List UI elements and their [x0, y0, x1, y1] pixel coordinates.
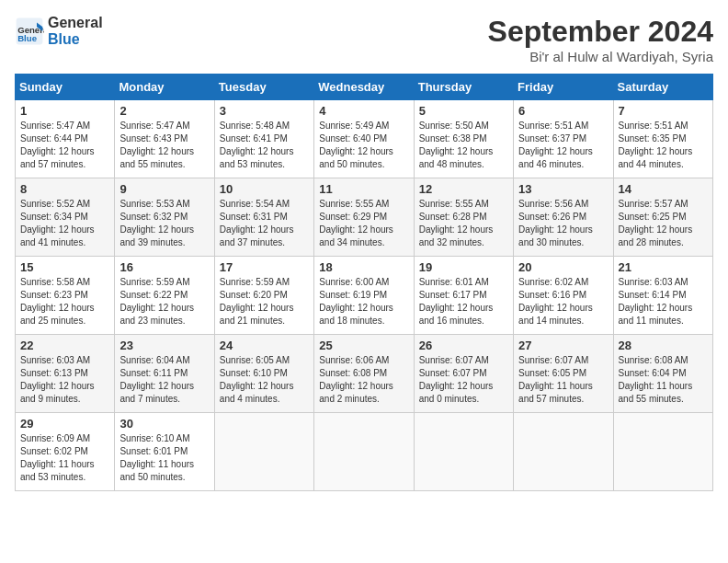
day-info: Sunrise: 6:07 AMSunset: 6:05 PMDaylight:…	[518, 354, 608, 406]
day-info: Sunrise: 5:52 AMSunset: 6:34 PMDaylight:…	[20, 198, 109, 249]
day-info: Sunrise: 6:07 AMSunset: 6:07 PMDaylight:…	[419, 354, 508, 406]
calendar-week-4: 22Sunrise: 6:03 AMSunset: 6:13 PMDayligh…	[16, 335, 713, 413]
day-info: Sunrise: 5:51 AMSunset: 6:37 PMDaylight:…	[518, 120, 608, 171]
day-number: 28	[619, 339, 708, 352]
day-info: Sunrise: 5:49 AMSunset: 6:40 PMDaylight:…	[319, 120, 408, 171]
day-number: 10	[220, 182, 309, 196]
calendar-cell: 6Sunrise: 5:51 AMSunset: 6:37 PMDaylight…	[514, 100, 613, 178]
logo: General Blue General Blue	[15, 15, 103, 48]
day-info: Sunrise: 5:55 AMSunset: 6:29 PMDaylight:…	[319, 198, 408, 249]
logo-text-line1: General	[48, 15, 103, 31]
day-number: 3	[220, 104, 309, 118]
col-friday: Friday	[514, 75, 613, 100]
day-info: Sunrise: 6:03 AMSunset: 6:13 PMDaylight:…	[20, 354, 109, 406]
calendar-cell	[314, 413, 414, 491]
calendar-cell: 10Sunrise: 5:54 AMSunset: 6:31 PMDayligh…	[214, 178, 313, 257]
calendar-week-1: 1Sunrise: 5:47 AMSunset: 6:44 PMDaylight…	[16, 100, 713, 178]
day-info: Sunrise: 5:59 AMSunset: 6:20 PMDaylight:…	[220, 276, 309, 327]
calendar-cell: 24Sunrise: 6:05 AMSunset: 6:10 PMDayligh…	[214, 335, 313, 413]
calendar-cell: 22Sunrise: 6:03 AMSunset: 6:13 PMDayligh…	[16, 335, 115, 413]
calendar-cell	[613, 413, 712, 491]
day-info: Sunrise: 6:01 AMSunset: 6:17 PMDaylight:…	[419, 276, 508, 327]
calendar-cell: 28Sunrise: 6:08 AMSunset: 6:04 PMDayligh…	[613, 335, 712, 413]
calendar-cell: 8Sunrise: 5:52 AMSunset: 6:34 PMDaylight…	[16, 178, 115, 257]
day-info: Sunrise: 5:47 AMSunset: 6:43 PMDaylight:…	[119, 120, 209, 171]
calendar-cell: 26Sunrise: 6:07 AMSunset: 6:07 PMDayligh…	[414, 335, 513, 413]
calendar-cell: 17Sunrise: 5:59 AMSunset: 6:20 PMDayligh…	[214, 257, 313, 335]
logo-text-line2: Blue	[48, 31, 103, 48]
day-info: Sunrise: 6:06 AMSunset: 6:08 PMDaylight:…	[319, 354, 408, 406]
day-info: Sunrise: 6:10 AMSunset: 6:01 PMDaylight:…	[119, 432, 209, 484]
day-number: 6	[518, 104, 608, 118]
calendar-cell: 12Sunrise: 5:55 AMSunset: 6:28 PMDayligh…	[414, 178, 513, 257]
day-info: Sunrise: 5:48 AMSunset: 6:41 PMDaylight:…	[220, 120, 309, 171]
day-info: Sunrise: 5:58 AMSunset: 6:23 PMDaylight:…	[20, 276, 109, 327]
day-number: 15	[20, 260, 109, 274]
month-title: September 2024	[488, 15, 713, 49]
day-number: 21	[619, 260, 708, 274]
col-saturday: Saturday	[613, 75, 712, 100]
calendar-cell: 29Sunrise: 6:09 AMSunset: 6:02 PMDayligh…	[16, 413, 115, 491]
calendar-cell: 14Sunrise: 5:57 AMSunset: 6:25 PMDayligh…	[613, 178, 712, 257]
calendar-cell: 19Sunrise: 6:01 AMSunset: 6:17 PMDayligh…	[414, 257, 513, 335]
day-number: 7	[619, 104, 708, 118]
title-section: September 2024 Bi'r al Hulw al Wardiyah,…	[488, 15, 713, 64]
day-number: 29	[20, 417, 109, 431]
calendar-cell: 13Sunrise: 5:56 AMSunset: 6:26 PMDayligh…	[514, 178, 613, 257]
day-number: 25	[319, 339, 408, 352]
calendar-week-5: 29Sunrise: 6:09 AMSunset: 6:02 PMDayligh…	[16, 413, 713, 491]
calendar-table: Sunday Monday Tuesday Wednesday Thursday…	[15, 74, 713, 491]
calendar-cell: 9Sunrise: 5:53 AMSunset: 6:32 PMDaylight…	[115, 178, 214, 257]
day-info: Sunrise: 6:05 AMSunset: 6:10 PMDaylight:…	[220, 354, 309, 406]
col-wednesday: Wednesday	[314, 75, 414, 100]
day-info: Sunrise: 6:02 AMSunset: 6:16 PMDaylight:…	[518, 276, 608, 327]
day-info: Sunrise: 6:09 AMSunset: 6:02 PMDaylight:…	[20, 432, 109, 484]
day-number: 1	[20, 104, 109, 118]
header: General Blue General Blue September 2024…	[15, 15, 713, 64]
calendar-cell: 15Sunrise: 5:58 AMSunset: 6:23 PMDayligh…	[16, 257, 115, 335]
calendar-cell: 11Sunrise: 5:55 AMSunset: 6:29 PMDayligh…	[314, 178, 414, 257]
day-number: 30	[119, 417, 209, 431]
calendar-cell: 30Sunrise: 6:10 AMSunset: 6:01 PMDayligh…	[115, 413, 214, 491]
day-info: Sunrise: 6:03 AMSunset: 6:14 PMDaylight:…	[619, 276, 708, 327]
day-number: 26	[419, 339, 508, 352]
day-info: Sunrise: 5:50 AMSunset: 6:38 PMDaylight:…	[419, 120, 508, 171]
svg-text:Blue: Blue	[17, 33, 37, 43]
day-number: 9	[119, 182, 209, 196]
day-number: 16	[119, 260, 209, 274]
day-info: Sunrise: 5:56 AMSunset: 6:26 PMDaylight:…	[518, 198, 608, 249]
day-info: Sunrise: 5:54 AMSunset: 6:31 PMDaylight:…	[220, 198, 309, 249]
day-info: Sunrise: 5:55 AMSunset: 6:28 PMDaylight:…	[419, 198, 508, 249]
day-number: 14	[619, 182, 708, 196]
calendar-cell: 3Sunrise: 5:48 AMSunset: 6:41 PMDaylight…	[214, 100, 313, 178]
calendar-cell: 27Sunrise: 6:07 AMSunset: 6:05 PMDayligh…	[514, 335, 613, 413]
day-number: 27	[518, 339, 608, 352]
col-monday: Monday	[115, 75, 214, 100]
day-number: 17	[220, 260, 309, 274]
calendar-cell: 4Sunrise: 5:49 AMSunset: 6:40 PMDaylight…	[314, 100, 414, 178]
day-number: 5	[419, 104, 508, 118]
col-thursday: Thursday	[414, 75, 513, 100]
day-info: Sunrise: 5:53 AMSunset: 6:32 PMDaylight:…	[119, 198, 209, 249]
calendar-cell: 20Sunrise: 6:02 AMSunset: 6:16 PMDayligh…	[514, 257, 613, 335]
calendar-cell: 23Sunrise: 6:04 AMSunset: 6:11 PMDayligh…	[115, 335, 214, 413]
calendar-cell: 1Sunrise: 5:47 AMSunset: 6:44 PMDaylight…	[16, 100, 115, 178]
day-info: Sunrise: 6:04 AMSunset: 6:11 PMDaylight:…	[119, 354, 209, 406]
day-number: 13	[518, 182, 608, 196]
calendar-cell: 21Sunrise: 6:03 AMSunset: 6:14 PMDayligh…	[613, 257, 712, 335]
day-info: Sunrise: 6:00 AMSunset: 6:19 PMDaylight:…	[319, 276, 408, 327]
location-title: Bi'r al Hulw al Wardiyah, Syria	[488, 49, 713, 64]
day-number: 12	[419, 182, 508, 196]
day-number: 24	[220, 339, 309, 352]
col-sunday: Sunday	[16, 75, 115, 100]
calendar-cell	[514, 413, 613, 491]
day-number: 2	[119, 104, 209, 118]
day-number: 11	[319, 182, 408, 196]
calendar-cell: 25Sunrise: 6:06 AMSunset: 6:08 PMDayligh…	[314, 335, 414, 413]
day-info: Sunrise: 5:51 AMSunset: 6:35 PMDaylight:…	[619, 120, 708, 171]
header-row: Sunday Monday Tuesday Wednesday Thursday…	[16, 75, 713, 100]
calendar-cell: 16Sunrise: 5:59 AMSunset: 6:22 PMDayligh…	[115, 257, 214, 335]
calendar-cell: 7Sunrise: 5:51 AMSunset: 6:35 PMDaylight…	[613, 100, 712, 178]
day-info: Sunrise: 6:08 AMSunset: 6:04 PMDaylight:…	[619, 354, 708, 406]
calendar-cell: 2Sunrise: 5:47 AMSunset: 6:43 PMDaylight…	[115, 100, 214, 178]
